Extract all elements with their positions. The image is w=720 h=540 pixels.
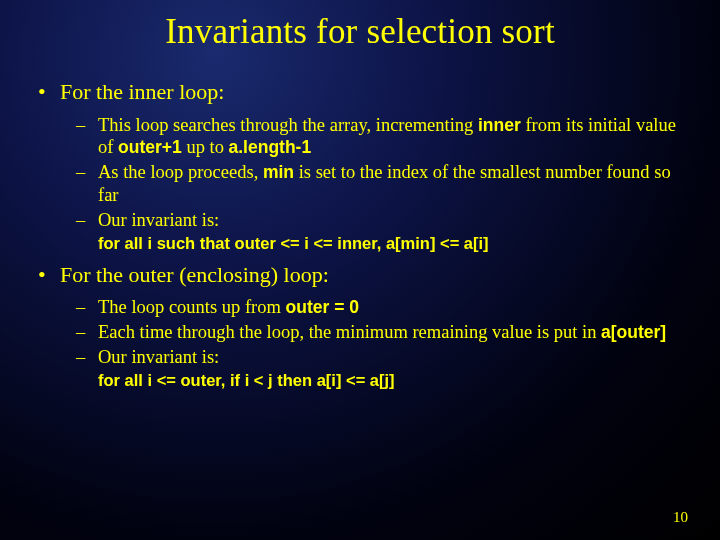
page-number: 10 — [673, 509, 688, 526]
code-outer-zero: outer = 0 — [286, 297, 359, 317]
invariant-outer: for all i <= outer, if i < j then a[i] <… — [98, 370, 690, 392]
text-fragment: Our invariant is: — [98, 210, 219, 230]
text-fragment: Our invariant is: — [98, 347, 219, 367]
sub-list-outer: The loop counts up from outer = 0 Each t… — [60, 296, 690, 392]
text-fragment: As the loop proceeds, — [98, 162, 263, 182]
sub-item: The loop counts up from outer = 0 — [98, 296, 690, 319]
sub-item: Each time through the loop, the minimum … — [98, 321, 690, 344]
bullet-text: For the inner loop: — [60, 79, 224, 104]
sub-list-inner: This loop searches through the array, in… — [60, 114, 690, 255]
code-length-minus-1: a.length-1 — [229, 137, 312, 157]
sub-item: This loop searches through the array, in… — [98, 114, 690, 160]
text-fragment: Each time through the loop, the minimum … — [98, 322, 601, 342]
code-outer-plus-1: outer+1 — [118, 137, 182, 157]
slide-title: Invariants for selection sort — [30, 12, 690, 52]
bullet-list: For the inner loop: This loop searches t… — [30, 78, 690, 392]
text-fragment: The loop counts up from — [98, 297, 286, 317]
bullet-inner-loop: For the inner loop: This loop searches t… — [60, 78, 690, 255]
code-min: min — [263, 162, 294, 182]
code-a-outer: a[outer] — [601, 322, 666, 342]
bullet-text: For the outer (enclosing) loop: — [60, 262, 329, 287]
text-fragment: This loop searches through the array, in… — [98, 115, 478, 135]
sub-item-invariant: Our invariant is: for all i such that ou… — [98, 209, 690, 255]
sub-item-invariant: Our invariant is: for all i <= outer, if… — [98, 346, 690, 392]
sub-item: As the loop proceeds, min is set to the … — [98, 161, 690, 207]
invariant-inner: for all i such that outer <= i <= inner,… — [98, 233, 690, 255]
code-inner: inner — [478, 115, 521, 135]
text-fragment: up to — [182, 137, 229, 157]
bullet-outer-loop: For the outer (enclosing) loop: The loop… — [60, 261, 690, 392]
